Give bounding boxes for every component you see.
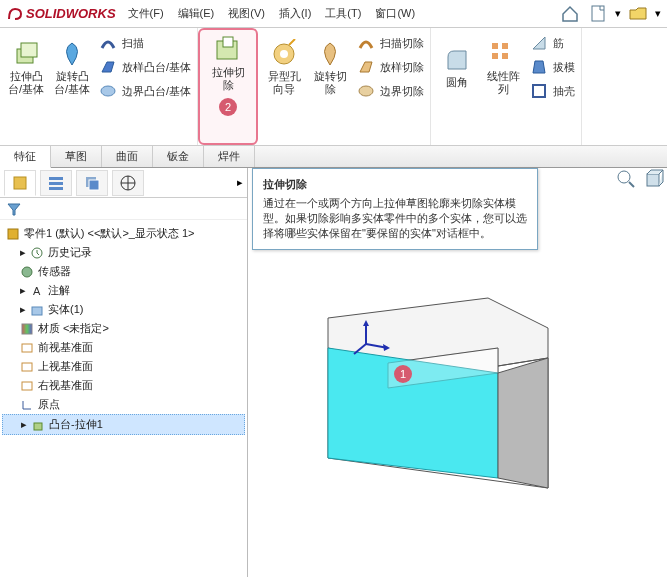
- boundary-cut-button[interactable]: 边界切除: [356, 80, 424, 102]
- logo-icon: [6, 5, 24, 23]
- boundary-boss-button[interactable]: 边界凸台/基体: [98, 80, 191, 102]
- svg-point-8: [359, 86, 373, 96]
- expand-icon[interactable]: ▸: [20, 246, 26, 259]
- new-doc-icon[interactable]: [587, 2, 609, 24]
- draft-button[interactable]: 拔模: [529, 56, 575, 78]
- lofted-cut-icon: [356, 57, 376, 77]
- tree-boss-extrude[interactable]: ▸凸台-拉伸1: [2, 414, 245, 435]
- svg-point-25: [22, 267, 32, 277]
- svg-rect-15: [49, 177, 63, 180]
- extruded-cut-button[interactable]: 拉伸切除: [208, 34, 248, 92]
- svg-line-34: [629, 182, 634, 187]
- model-3d[interactable]: [288, 258, 618, 518]
- svg-rect-35: [647, 174, 659, 186]
- dropdown-icon[interactable]: ▾: [615, 7, 621, 20]
- tree-sensors[interactable]: 传感器: [2, 262, 245, 281]
- menu-window[interactable]: 窗口(W): [375, 6, 415, 21]
- svg-rect-2: [21, 43, 37, 57]
- extruded-cut-icon: [212, 34, 244, 66]
- tree-front-plane[interactable]: 前视基准面: [2, 338, 245, 357]
- boundary-boss-icon: [98, 81, 118, 101]
- tooltip-body: 通过在一个或两个方向上拉伸草图轮廓来切除实体模型。如果切除影响多实体零件中的多个…: [263, 196, 527, 241]
- linear-pattern-icon: [487, 38, 519, 70]
- dimxpert-tab[interactable]: [112, 170, 144, 196]
- svg-rect-19: [89, 180, 99, 190]
- rib-button[interactable]: 筋: [529, 32, 564, 54]
- feature-manager-panel: ▸ 零件1 (默认) <<默认>_显示状态 1> ▸历史记录 传感器 ▸A注解 …: [0, 168, 248, 577]
- swept-cut-button[interactable]: 扫描切除: [356, 32, 424, 54]
- svg-rect-10: [502, 43, 508, 49]
- tab-sketch[interactable]: 草图: [51, 146, 102, 167]
- tree-top-plane[interactable]: 上视基准面: [2, 357, 245, 376]
- expand-icon[interactable]: ▸: [20, 303, 26, 316]
- tab-feature[interactable]: 特征: [0, 146, 51, 168]
- fillet-button[interactable]: 圆角: [437, 44, 477, 89]
- callout-badge-1: 1: [394, 365, 412, 383]
- tree-origin[interactable]: 原点: [2, 395, 245, 414]
- open-icon[interactable]: [627, 2, 649, 24]
- draft-icon: [529, 57, 549, 77]
- fillet-icon: [441, 44, 473, 76]
- revolve-boss-icon: [56, 38, 88, 70]
- svg-text:A: A: [33, 285, 41, 297]
- home-icon[interactable]: [559, 2, 581, 24]
- tree-solid[interactable]: ▸实体(1): [2, 300, 245, 319]
- menu-edit[interactable]: 编辑(E): [178, 6, 215, 21]
- triad-icon: [352, 318, 392, 358]
- menu-view[interactable]: 视图(V): [228, 6, 265, 21]
- plane-icon: [20, 341, 34, 355]
- zoom-fit-icon[interactable]: [615, 168, 637, 190]
- tab-surface[interactable]: 曲面: [102, 146, 153, 167]
- tab-weld[interactable]: 焊件: [204, 146, 255, 167]
- sweep-button[interactable]: 扫描: [98, 32, 144, 54]
- annotation-icon: A: [30, 284, 44, 298]
- property-tab[interactable]: [40, 170, 72, 196]
- feature-tree: 零件1 (默认) <<默认>_显示状态 1> ▸历史记录 传感器 ▸A注解 ▸实…: [0, 220, 247, 577]
- revolved-cut-button[interactable]: 旋转切除: [310, 38, 350, 96]
- lofted-cut-button[interactable]: 放样切除: [356, 56, 424, 78]
- tab-sheetmetal[interactable]: 钣金: [153, 146, 204, 167]
- svg-rect-5: [223, 37, 233, 47]
- ribbon: 拉伸凸台/基体 旋转凸台/基体 扫描 放样凸台/基体 边界凸台/基体 拉伸切除 …: [0, 28, 667, 146]
- tooltip-title: 拉伸切除: [263, 177, 527, 192]
- tree-history[interactable]: ▸历史记录: [2, 243, 245, 262]
- extrude-boss-icon: [10, 38, 42, 70]
- expand-icon[interactable]: ▸: [21, 418, 27, 431]
- svg-rect-32: [34, 423, 42, 430]
- menu-insert[interactable]: 插入(I): [279, 6, 311, 21]
- boundary-cut-icon: [356, 81, 376, 101]
- tree-root[interactable]: 零件1 (默认) <<默认>_显示状态 1>: [2, 224, 245, 243]
- menu-tool[interactable]: 工具(T): [325, 6, 361, 21]
- extrude-boss-button[interactable]: 拉伸凸台/基体: [6, 38, 46, 96]
- svg-point-33: [618, 171, 630, 183]
- tree-annotations[interactable]: ▸A注解: [2, 281, 245, 300]
- cube-icon: [11, 174, 29, 192]
- dropdown-icon[interactable]: ▾: [655, 7, 661, 20]
- svg-rect-27: [32, 307, 42, 315]
- loft-boss-button[interactable]: 放样凸台/基体: [98, 56, 191, 78]
- svg-point-7: [280, 50, 288, 58]
- swept-cut-icon: [356, 33, 376, 53]
- shell-button[interactable]: 抽壳: [529, 80, 575, 102]
- hole-wizard-button[interactable]: 异型孔向导: [264, 38, 304, 96]
- menubar: SOLIDWORKS 文件(F) 编辑(E) 视图(V) 插入(I) 工具(T)…: [0, 0, 667, 28]
- svg-rect-14: [14, 177, 26, 189]
- history-icon: [30, 246, 44, 260]
- config-tab[interactable]: [76, 170, 108, 196]
- tree-material[interactable]: 材质 <未指定>: [2, 319, 245, 338]
- solid-icon: [30, 303, 44, 317]
- expand-icon[interactable]: ▸: [20, 284, 26, 297]
- svg-line-38: [354, 344, 366, 354]
- viewport[interactable]: 拉伸切除 通过在一个或两个方向上拉伸草图轮廓来切除实体模型。如果切除影响多实体零…: [248, 168, 667, 577]
- svg-rect-23: [8, 229, 18, 239]
- revolve-boss-button[interactable]: 旋转凸台/基体: [52, 38, 92, 96]
- linear-pattern-button[interactable]: 线性阵列: [483, 38, 523, 96]
- panel-dropdown-icon[interactable]: ▸: [237, 176, 243, 189]
- feature-tree-tab[interactable]: [4, 170, 36, 196]
- filter-icon[interactable]: [6, 201, 22, 217]
- menu-file[interactable]: 文件(F): [128, 6, 164, 21]
- sweep-icon: [98, 33, 118, 53]
- revolved-cut-icon: [314, 38, 346, 70]
- view-cube-icon[interactable]: [643, 168, 665, 190]
- tree-right-plane[interactable]: 右视基准面: [2, 376, 245, 395]
